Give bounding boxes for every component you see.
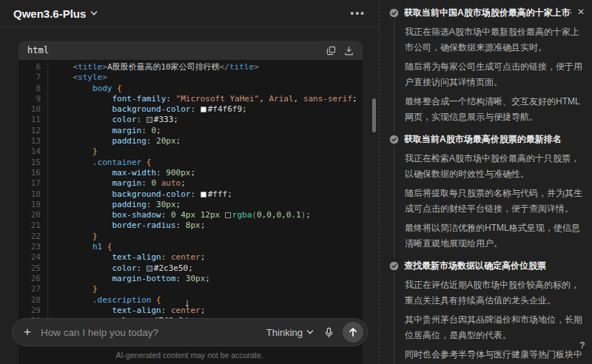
step-paragraph: 我正在检索A股市场中股价最高的十只股票，以确保数据的时效性与准确性。: [405, 151, 586, 182]
agent-steps-panel: 获取当前中国A股市场股价最高的十家上市公司信息✕我正在筛选A股市场中最新股价最高…: [379, 0, 592, 364]
step-paragraph: 随后将为每家公司生成可点击的链接，便于用户直接访问其详情页面。: [405, 59, 586, 90]
step-paragraph: 最终将以简洁优雅的HTML格式呈现，使信息清晰直观地展现给用户。: [405, 220, 586, 252]
color-swatch: [147, 117, 152, 123]
chat-scrollbar[interactable]: [372, 98, 376, 132]
line-number: 21: [18, 220, 48, 231]
code-block-header: html: [18, 41, 363, 60]
code-line: 18 background-color: #fff;: [18, 189, 363, 200]
line-number: 23: [18, 242, 48, 252]
code-line: 7 <style>: [18, 73, 363, 83]
step-paragraph: 随后将提取每只股票的名称与代码，并为其生成可点击的财经平台链接，便于查阅详情。: [405, 186, 586, 217]
line-number: 25: [18, 263, 48, 274]
line-number: 19: [18, 200, 48, 210]
arrow-up-icon: [348, 327, 358, 337]
code-line: 10 background-color: #f4f6f9;: [18, 104, 363, 115]
line-number: 9: [18, 94, 48, 104]
agent-step: 获取当前中国A股市场股价最高的十家上市公司信息✕我正在筛选A股市场中最新股价最高…: [389, 7, 586, 132]
microphone-icon[interactable]: [323, 327, 334, 338]
app-window: Qwen3.6-Plus ••• html 6 <title>A股股价最高的10…: [0, 0, 592, 364]
line-number: 14: [18, 146, 48, 157]
message-composer[interactable]: + How can I help you today? Thinking: [12, 318, 368, 346]
line-number: 24: [18, 252, 48, 263]
code-line: 16 max-width: 900px;: [18, 168, 363, 178]
check-circle-icon: [389, 135, 399, 144]
line-number: 12: [18, 126, 48, 136]
code-line: 15 .container {: [18, 158, 363, 168]
code-line: 6 <title>A股股价最高的10家公司排行榜</title>: [18, 62, 363, 73]
code-language-label: html: [27, 45, 49, 55]
message-input[interactable]: How can I help you today?: [41, 327, 266, 338]
code-line: 12 margin: 0;: [18, 126, 363, 136]
code-line: 11 color: #333;: [18, 115, 363, 125]
line-number: 27: [18, 284, 48, 294]
model-name: Qwen3.6-Plus: [13, 7, 86, 20]
code-line: 25 color: #2c3e50;: [18, 263, 363, 274]
line-number: 29: [18, 306, 48, 316]
thinking-label: Thinking: [266, 327, 303, 338]
check-circle-icon: [389, 8, 399, 18]
chevron-down-icon: [306, 328, 314, 336]
line-number: 20: [18, 210, 48, 220]
top-bar: Qwen3.6-Plus •••: [0, 0, 379, 27]
close-icon[interactable]: ✕: [577, 7, 585, 18]
line-number: 26: [18, 274, 48, 284]
code-line: 24 text-align: center;: [18, 252, 363, 263]
scroll-to-bottom-icon[interactable]: ↓: [181, 296, 194, 309]
color-swatch: [201, 107, 206, 112]
line-number: 17: [18, 178, 48, 189]
check-circle-icon: [389, 261, 399, 271]
line-number: 18: [18, 189, 48, 200]
send-button[interactable]: [343, 322, 363, 343]
help-button[interactable]: ?: [576, 339, 589, 352]
color-swatch: [225, 212, 231, 218]
code-line: 21 border-radius: 8px;: [18, 220, 363, 231]
agent-step: 查找最新市场数据以确定高价位股票我正在评估近期A股市场中股价较高的标的，重点关注…: [389, 260, 586, 364]
code-line: 27 }: [18, 284, 363, 294]
model-selector[interactable]: Qwen3.6-Plus: [13, 7, 98, 20]
thinking-mode-dropdown[interactable]: Thinking: [266, 327, 314, 338]
line-number: 8: [18, 84, 48, 94]
line-number: 6: [18, 62, 48, 73]
code-line: 8 body {: [18, 84, 363, 94]
line-number: 28: [18, 295, 48, 306]
code-line: 14 }: [18, 146, 363, 157]
agent-step: 获取当前A股市场最高价股票的最新排名我正在检索A股市场中股价最高的十只股票，以确…: [389, 133, 586, 258]
step-paragraph: 其中贵州茅台因其品牌溢价和市场地位，长期位居高位，是典型的代表。: [405, 312, 586, 343]
line-number: 15: [18, 158, 48, 168]
code-line: 17 margin: 0 auto;: [18, 178, 363, 189]
line-number: 11: [18, 115, 48, 125]
line-number: 22: [18, 232, 48, 242]
step-paragraph: 我正在评估近期A股市场中股价较高的标的，重点关注具有持续高估值的龙头企业。: [405, 277, 586, 309]
code-editor[interactable]: 6 <title>A股股价最高的10家公司排行榜</title>7 <style…: [18, 60, 363, 326]
code-line: 13 padding: 20px;: [18, 136, 363, 146]
step-title: 获取当前A股市场最高价股票的最新排名: [404, 133, 562, 146]
color-swatch: [147, 266, 152, 272]
chat-column: Qwen3.6-Plus ••• html 6 <title>A股股价最高的10…: [0, 0, 379, 364]
step-paragraph: 我正在筛选A股市场中最新股价最高的十家上市公司，确保数据来源准确且实时。: [405, 24, 586, 55]
color-swatch: [201, 192, 206, 198]
step-title: 获取当前中国A股市场股价最高的十家上市公司信息: [404, 7, 571, 19]
code-line: 23 h1 {: [18, 242, 363, 252]
code-line: 20 box-shadow: 0 4px 12px rgba(0,0,0,0.1…: [18, 210, 363, 220]
code-line: 9 font-family: "Microsoft YaHei", Arial,…: [18, 94, 363, 104]
ai-disclaimer: AI-generated content may not be accurate…: [0, 351, 379, 360]
attach-plus-button[interactable]: +: [18, 323, 37, 342]
line-number: 16: [18, 168, 48, 178]
line-number: 13: [18, 136, 48, 146]
code-line: 22 }: [18, 232, 363, 242]
step-paragraph: 同时也会参考半导体与医疗健康等热门板块中的高价个股，确保信息的时效性与代表性。: [405, 347, 586, 364]
line-number: 10: [18, 104, 48, 115]
code-line: 19 padding: 30px;: [18, 200, 363, 210]
download-icon[interactable]: [344, 46, 354, 55]
line-number: 7: [18, 73, 48, 83]
step-paragraph: 最终整合成一个结构清晰、交互友好的HTML网页，实现信息展示与便捷导航。: [405, 94, 586, 125]
copy-icon[interactable]: [326, 46, 336, 55]
chevron-down-icon: [90, 10, 98, 17]
more-options-icon[interactable]: •••: [350, 8, 366, 18]
step-title: 查找最新市场数据以确定高价位股票: [404, 260, 546, 272]
code-line: 26 margin-bottom: 30px;: [18, 274, 363, 284]
code-block-card: html 6 <title>A股股价最高的10家公司排行榜</title>7 <…: [18, 41, 363, 364]
